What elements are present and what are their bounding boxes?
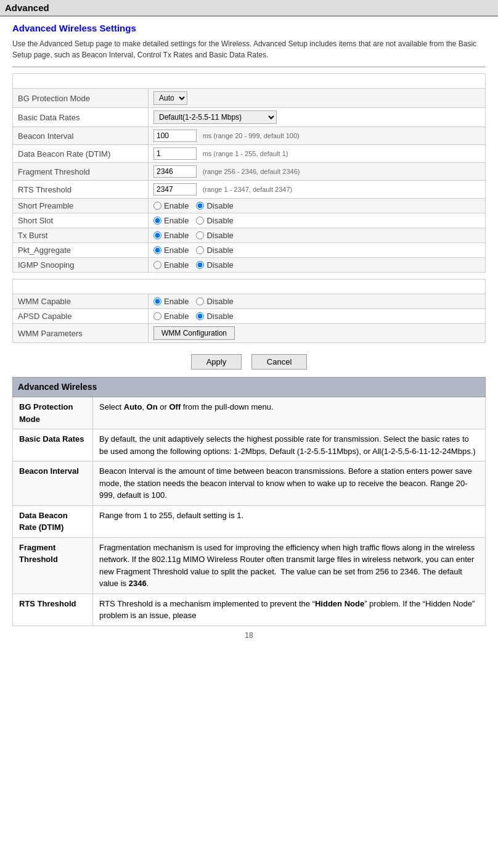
- wmm-capable-enable-label[interactable]: Enable: [153, 297, 189, 306]
- basic-data-rates-label: Basic Data Rates: [13, 108, 149, 127]
- page-header: Advanced: [0, 0, 498, 17]
- basic-data-rates-value: Default(1-2-5.5-11 Mbps) 1-2Mbps All(1-2…: [149, 108, 486, 127]
- table-row: IGMP Snooping Enable Disable: [13, 258, 486, 273]
- apsd-capable-value: Enable Disable: [149, 309, 486, 324]
- beacon-interval-input[interactable]: [153, 130, 197, 142]
- desc-term-bg-protection: BG ProtectionMode: [13, 397, 93, 429]
- wmm-capable-disable-label[interactable]: Disable: [196, 297, 233, 306]
- short-preamble-value: Enable Disable: [149, 199, 486, 213]
- table-row: Short Slot Enable Disable: [13, 213, 486, 228]
- fragment-threshold-hint: (range 256 - 2346, default 2346): [203, 168, 300, 175]
- desc-term-basic-data-rates: Basic Data Rates: [13, 429, 93, 461]
- wmm-capable-disable-radio[interactable]: [196, 297, 204, 305]
- short-slot-enable-radio[interactable]: [153, 217, 161, 225]
- desc-section-header: Advanced Wireless: [13, 378, 486, 397]
- tx-burst-enable-label[interactable]: Enable: [153, 231, 189, 240]
- basic-data-rates-select[interactable]: Default(1-2-5.5-11 Mbps) 1-2Mbps All(1-2…: [153, 110, 277, 124]
- table-row: RTS Threshold (range 1 - 2347, default 2…: [13, 181, 486, 199]
- desc-def-beacon-interval: Beacon Interval is the amount of time be…: [93, 461, 486, 506]
- bg-protection-value: Auto On Off: [149, 89, 486, 108]
- tx-burst-disable-label[interactable]: Disable: [196, 231, 233, 240]
- wmm-parameters-label: WMM Parameters: [13, 324, 149, 343]
- desc-def-fragment-threshold: Fragmentation mechanism is used for impr…: [93, 537, 486, 593]
- fragment-threshold-input[interactable]: [153, 165, 197, 178]
- bg-protection-select[interactable]: Auto On Off: [153, 91, 187, 105]
- short-slot-value: Enable Disable: [149, 213, 486, 228]
- pkt-aggregate-disable-label[interactable]: Disable: [196, 246, 233, 255]
- desc-term-fragment-threshold: FragmentThreshold: [13, 537, 93, 593]
- desc-row: BG ProtectionMode Select Auto, On or Off…: [13, 397, 486, 429]
- table-row: Tx Burst Enable Disable: [13, 228, 486, 243]
- wmm-table: Wi-Fi Multimedia WMM Capable Enable Disa…: [12, 279, 486, 343]
- igmp-snooping-label: IGMP Snooping: [13, 258, 149, 273]
- rts-threshold-value: (range 1 - 2347, default 2347): [149, 181, 486, 199]
- advanced-wireless-table: Advanced Wireless BG Protection Mode Aut…: [12, 73, 486, 273]
- table-row: APSD Capable Enable Disable: [13, 309, 486, 324]
- short-slot-label: Short Slot: [13, 213, 149, 228]
- desc-def-basic-data-rates: By default, the unit adaptively selects …: [93, 429, 486, 461]
- fragment-threshold-label: Fragment Threshold: [13, 163, 149, 181]
- apsd-capable-enable-label[interactable]: Enable: [153, 312, 189, 321]
- apsd-capable-disable-radio[interactable]: [196, 312, 204, 320]
- pkt-aggregate-enable-label[interactable]: Enable: [153, 246, 189, 255]
- beacon-interval-hint: ms (range 20 - 999, default 100): [203, 132, 300, 139]
- wmm-capable-enable-radio[interactable]: [153, 297, 161, 305]
- desc-def-rts-threshold: RTS Threshold is a mechanism implemented…: [93, 593, 486, 626]
- igmp-snooping-disable-label[interactable]: Disable: [196, 260, 233, 270]
- short-preamble-disable-label[interactable]: Disable: [196, 201, 233, 210]
- divider: [12, 67, 486, 67]
- data-beacon-rate-input[interactable]: [153, 147, 197, 160]
- short-slot-disable-label[interactable]: Disable: [196, 216, 233, 225]
- table-row: Pkt_Aggregate Enable Disable: [13, 243, 486, 258]
- igmp-snooping-value: Enable Disable: [149, 258, 486, 273]
- wmm-parameters-value: WMM Configuration: [149, 324, 486, 343]
- pkt-aggregate-disable-radio[interactable]: [196, 246, 204, 254]
- tx-burst-label: Tx Burst: [13, 228, 149, 243]
- short-preamble-radio-group: Enable Disable: [153, 201, 480, 210]
- igmp-snooping-disable-radio[interactable]: [196, 261, 204, 269]
- pkt-aggregate-value: Enable Disable: [149, 243, 486, 258]
- table-row: BG Protection Mode Auto On Off: [13, 89, 486, 108]
- data-beacon-rate-hint: ms (range 1 - 255, default 1): [203, 150, 288, 157]
- table-row: Fragment Threshold (range 256 - 2346, de…: [13, 163, 486, 181]
- page-title: Advanced: [5, 2, 49, 13]
- short-slot-disable-radio[interactable]: [196, 217, 204, 225]
- tx-burst-disable-radio[interactable]: [196, 231, 204, 239]
- apsd-capable-label: APSD Capable: [13, 309, 149, 324]
- wmm-configuration-button[interactable]: WMM Configuration: [153, 326, 235, 340]
- desc-term-rts-threshold: RTS Threshold: [13, 593, 93, 626]
- beacon-interval-value: ms (range 20 - 999, default 100): [149, 127, 486, 145]
- section-title: Advanced Wireless Settings: [12, 23, 486, 33]
- short-slot-radio-group: Enable Disable: [153, 216, 480, 225]
- apply-button[interactable]: Apply: [191, 354, 242, 370]
- description: Use the Advanced Setup page to make deta…: [12, 38, 486, 60]
- desc-row: Beacon Interval Beacon Interval is the a…: [13, 461, 486, 506]
- pkt-aggregate-label: Pkt_Aggregate: [13, 243, 149, 258]
- apsd-capable-enable-radio[interactable]: [153, 312, 161, 320]
- tx-burst-value: Enable Disable: [149, 228, 486, 243]
- igmp-snooping-enable-label[interactable]: Enable: [153, 260, 189, 270]
- desc-def-bg-protection: Select Auto, On or Off from the pull-dow…: [93, 397, 486, 429]
- igmp-snooping-enable-radio[interactable]: [153, 261, 161, 269]
- short-preamble-enable-radio[interactable]: [153, 202, 161, 210]
- rts-threshold-input[interactable]: [153, 183, 197, 196]
- wmm-capable-label: WMM Capable: [13, 294, 149, 309]
- pkt-aggregate-enable-radio[interactable]: [153, 246, 161, 254]
- page-number: 18: [12, 626, 486, 645]
- advanced-wireless-header: Advanced Wireless: [13, 74, 486, 89]
- short-preamble-disable-radio[interactable]: [196, 202, 204, 210]
- apsd-capable-disable-label[interactable]: Disable: [196, 312, 233, 321]
- table-row: Basic Data Rates Default(1-2-5.5-11 Mbps…: [13, 108, 486, 127]
- short-slot-enable-label[interactable]: Enable: [153, 216, 189, 225]
- desc-section-header-row: Advanced Wireless: [13, 378, 486, 397]
- button-row: Apply Cancel: [12, 349, 486, 377]
- cancel-button[interactable]: Cancel: [251, 354, 307, 370]
- desc-term-beacon-interval: Beacon Interval: [13, 461, 93, 506]
- wmm-capable-radio-group: Enable Disable: [153, 297, 480, 306]
- tx-burst-enable-radio[interactable]: [153, 231, 161, 239]
- data-beacon-rate-value: ms (range 1 - 255, default 1): [149, 145, 486, 163]
- short-preamble-enable-label[interactable]: Enable: [153, 201, 189, 210]
- beacon-interval-label: Beacon Interval: [13, 127, 149, 145]
- short-preamble-label: Short Preamble: [13, 199, 149, 213]
- rts-threshold-label: RTS Threshold: [13, 181, 149, 199]
